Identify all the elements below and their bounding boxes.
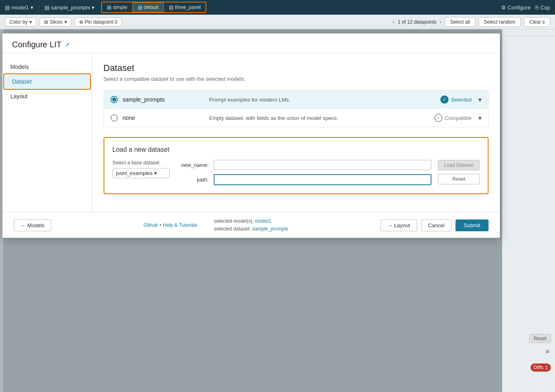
form-fields: new_name: path: — [176, 160, 432, 185]
compatible-check-icon: ✓ — [434, 114, 442, 122]
tab-simple[interactable]: ▤ simple — [102, 3, 133, 12]
modal-sidebar: Models Dataset Layout — [2, 53, 92, 212]
reset-form-button[interactable]: Reset — [438, 174, 479, 184]
modal-overlay: Configure LIT ↗ Models Dataset Layout — [0, 29, 502, 392]
form-row-path: path: — [176, 174, 432, 185]
configure-label: Configure — [508, 4, 531, 11]
cancel-button[interactable]: Cancel — [421, 219, 451, 231]
tab-simple-icon: ▤ — [107, 4, 111, 10]
sidebar-item-models[interactable]: Models — [2, 60, 92, 74]
load-new-dataset-section: Load a new dataset Select a base dataset… — [104, 137, 489, 194]
expand-none-button[interactable]: ▾ — [478, 114, 482, 122]
prev-label: ← Models — [21, 222, 45, 228]
reset-datapoint-button[interactable]: Reset — [529, 334, 551, 343]
next-label: → Layout — [387, 222, 410, 228]
slices-label: Slices — [50, 19, 63, 25]
configure-modal: Configure LIT ↗ Models Dataset Layout — [2, 33, 500, 238]
base-dataset-select: Select a base dataset jsonl_examples ▾ — [113, 160, 170, 178]
github-link[interactable]: Github — [144, 222, 158, 228]
radio-none[interactable] — [111, 114, 118, 122]
load-section-title: Load a new dataset — [113, 146, 480, 153]
next-datapoint-button[interactable]: › — [440, 19, 442, 25]
base-dataset-value: jsonl_examples — [116, 170, 153, 176]
footer-info: selected model(s): model1 selected datas… — [214, 217, 288, 233]
slices-button[interactable]: ⊞ Slices ▾ — [40, 18, 71, 27]
sidebar-item-dataset[interactable]: Dataset — [4, 74, 90, 89]
prev-button[interactable]: ← Models — [14, 219, 52, 231]
new-name-input[interactable] — [214, 160, 432, 170]
content-subtitle: Select a compatible dataset to use with … — [104, 76, 489, 82]
dataset-row-none[interactable]: none Empty dataset, with fields as the u… — [104, 109, 488, 127]
clear-button[interactable]: Clear s — [524, 17, 550, 27]
diffs-count: 1 — [545, 365, 548, 370]
modal-footer: ← Models Github • Help & Tutorials selec… — [2, 212, 500, 238]
expand-sample-prompts-button[interactable]: ▾ — [478, 96, 482, 104]
diffs-button[interactable]: Diffs 1 — [531, 363, 551, 372]
dataset-status-none: ✓ Compatible — [434, 114, 472, 122]
path-input[interactable] — [214, 174, 432, 185]
copy-label: Cop — [540, 4, 550, 11]
load-dataset-button[interactable]: Load Dataset — [438, 160, 479, 171]
sidebar-layout-label: Layout — [11, 93, 28, 100]
slices-icon: ⊞ — [44, 19, 48, 25]
nav-controls: ‹ 1 of 12 datapoints › — [393, 19, 442, 25]
sidebar-dataset-label: Dataset — [12, 78, 32, 85]
copy-button[interactable]: ⎘ Cop — [535, 4, 550, 11]
prev-datapoint-button[interactable]: ‹ — [393, 19, 394, 25]
selected-models-info: selected model(s): model1 — [214, 217, 288, 225]
help-link[interactable]: Help & Tutorials — [163, 222, 198, 228]
dataset-row-sample-prompts[interactable]: sample_prompts Prompt examples for moder… — [104, 91, 488, 109]
tab-three-panel[interactable]: ▤ three_panel — [164, 3, 206, 12]
datapoint-editor-label — [502, 29, 555, 36]
submit-button[interactable]: Submit — [455, 219, 488, 231]
modal-content: Dataset Select a compatible dataset to u… — [92, 53, 500, 212]
base-dataset-label: Select a base dataset — [113, 160, 170, 166]
clear-label: Clear s — [529, 19, 545, 25]
prompts-selector[interactable]: ▤ sample_prompts ▾ — [44, 4, 95, 11]
radio-sample-prompts[interactable] — [111, 96, 118, 103]
sidebar-item-layout[interactable]: Layout — [2, 89, 92, 104]
model-chevron: ▾ — [31, 4, 33, 11]
base-dataset-dropdown[interactable]: jsonl_examples ▾ — [113, 168, 170, 178]
model-label: model1 — [11, 4, 29, 11]
next-button[interactable]: → Layout — [380, 219, 417, 231]
sidebar-models-label: Models — [11, 64, 29, 70]
select-random-button[interactable]: Select random — [479, 17, 521, 27]
separator: | — [38, 4, 40, 11]
prompts-label: sample_prompts — [51, 4, 90, 11]
main-area: Reset ≡ Diffs 1 Configure LIT ↗ Models — [0, 29, 555, 392]
footer-actions: Cancel Submit — [421, 219, 489, 231]
model-selector[interactable]: ▤ model1 ▾ — [5, 4, 33, 11]
external-link-icon[interactable]: ↗ — [65, 42, 70, 48]
select-random-label: Select random — [484, 19, 515, 25]
tab-default[interactable]: ▤ default — [133, 2, 164, 12]
modal-title: Configure LIT — [12, 40, 62, 49]
second-bar: Color by ▾ ⊞ Slices ▾ ⊕ Pin datapoint 0 … — [0, 15, 555, 29]
tab-default-label: default — [144, 4, 159, 10]
slices-chevron: ▾ — [64, 19, 67, 25]
gear-icon: ⚙ — [501, 4, 506, 11]
color-by-button[interactable]: Color by ▾ — [5, 18, 36, 27]
path-label: path: — [176, 177, 209, 183]
model-icon: ▤ — [5, 4, 10, 11]
nav-text: 1 of 12 datapoints — [398, 19, 436, 25]
dropdown-arrow: ▾ — [154, 170, 157, 176]
selected-label: Selected — [451, 97, 472, 103]
pin-icon: ⊕ — [79, 19, 83, 25]
dataset-name-sample-prompts: sample_prompts — [123, 96, 204, 103]
dataset-status-sample-prompts: ✓ Selected — [440, 95, 472, 104]
form-buttons: Load Dataset Reset — [438, 160, 479, 184]
new-name-label: new_name: — [176, 162, 209, 168]
content-title: Dataset — [104, 63, 489, 73]
pin-button[interactable]: ⊕ Pin datapoint 0 — [75, 18, 122, 27]
select-all-button[interactable]: Select all — [445, 17, 475, 27]
selected-dataset-info: selected dataset: sample_prompts — [214, 225, 288, 233]
selected-check-icon: ✓ — [440, 95, 449, 104]
menu-icon[interactable]: ≡ — [546, 348, 549, 355]
load-form: Select a base dataset jsonl_examples ▾ n… — [113, 160, 480, 185]
diffs-label: Diffs — [534, 365, 544, 370]
pin-label: Pin datapoint 0 — [85, 19, 117, 25]
selected-models-value: model1 — [255, 218, 271, 224]
dataset-list: sample_prompts Prompt examples for moder… — [104, 90, 489, 127]
configure-button[interactable]: ⚙ Configure — [501, 4, 531, 11]
